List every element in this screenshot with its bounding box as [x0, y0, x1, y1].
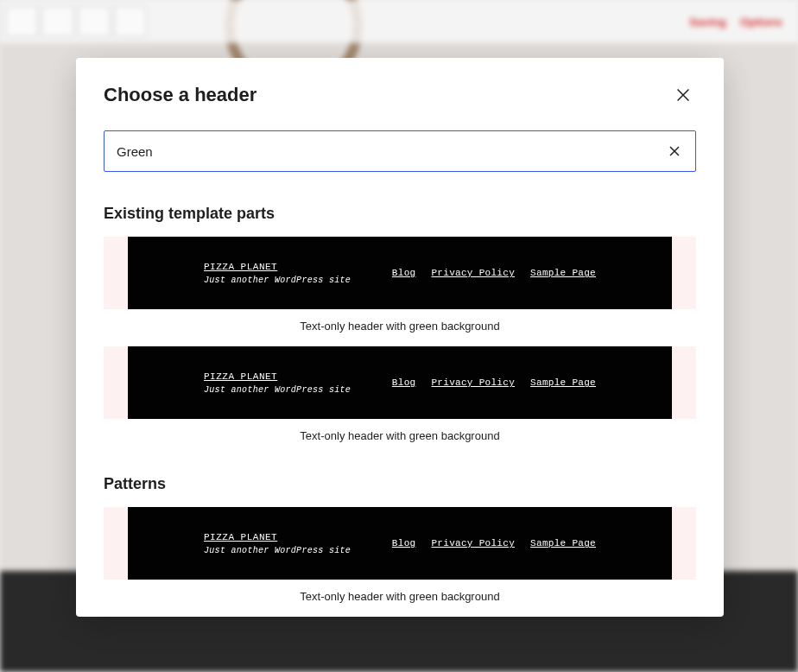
- preview-site-title: PIZZA PLANET: [204, 371, 351, 382]
- preview-nav: Blog Privacy Policy Sample Page: [392, 538, 596, 548]
- preview-frame: PIZZA PLANET Just another WordPress site…: [104, 507, 696, 580]
- section-heading-patterns: Patterns: [104, 475, 696, 493]
- preview-caption: Text-only header with green background: [104, 590, 696, 603]
- choose-header-modal: Choose a header Existing template parts …: [76, 58, 724, 617]
- close-button[interactable]: [670, 82, 696, 108]
- preview-nav-link: Sample Page: [530, 268, 596, 278]
- close-icon: [668, 144, 681, 158]
- preview-nav-link: Sample Page: [530, 538, 596, 548]
- preview-caption: Text-only header with green background: [104, 429, 696, 442]
- preview-nav-link: Privacy Policy: [431, 268, 515, 278]
- preview-nav-link: Privacy Policy: [431, 538, 515, 548]
- preview-nav: Blog Privacy Policy Sample Page: [392, 268, 596, 278]
- template-part-option[interactable]: PIZZA PLANET Just another WordPress site…: [104, 237, 696, 333]
- preview-nav-link: Blog: [392, 538, 416, 548]
- preview-nav: Blog Privacy Policy Sample Page: [392, 377, 596, 388]
- search-field-wrapper[interactable]: [104, 130, 696, 172]
- preview-tagline: Just another WordPress site: [204, 546, 351, 555]
- preview-nav-link: Blog: [392, 377, 416, 388]
- preview-nav-link: Blog: [392, 268, 416, 278]
- close-icon: [674, 86, 693, 105]
- template-part-option[interactable]: PIZZA PLANET Just another WordPress site…: [104, 346, 696, 442]
- clear-search-button[interactable]: [664, 141, 685, 162]
- section-heading-existing: Existing template parts: [104, 205, 696, 223]
- preview-tagline: Just another WordPress site: [204, 385, 351, 395]
- modal-title: Choose a header: [104, 84, 256, 106]
- preview-caption: Text-only header with green background: [104, 320, 696, 333]
- preview-nav-link: Privacy Policy: [431, 377, 515, 388]
- preview-site-title: PIZZA PLANET: [204, 532, 351, 542]
- preview-site-title: PIZZA PLANET: [204, 262, 351, 272]
- preview-frame: PIZZA PLANET Just another WordPress site…: [104, 237, 696, 309]
- preview-frame: PIZZA PLANET Just another WordPress site…: [104, 346, 696, 419]
- search-input[interactable]: [117, 144, 664, 159]
- preview-tagline: Just another WordPress site: [204, 276, 351, 285]
- preview-nav-link: Sample Page: [530, 377, 596, 388]
- pattern-option[interactable]: PIZZA PLANET Just another WordPress site…: [104, 507, 696, 603]
